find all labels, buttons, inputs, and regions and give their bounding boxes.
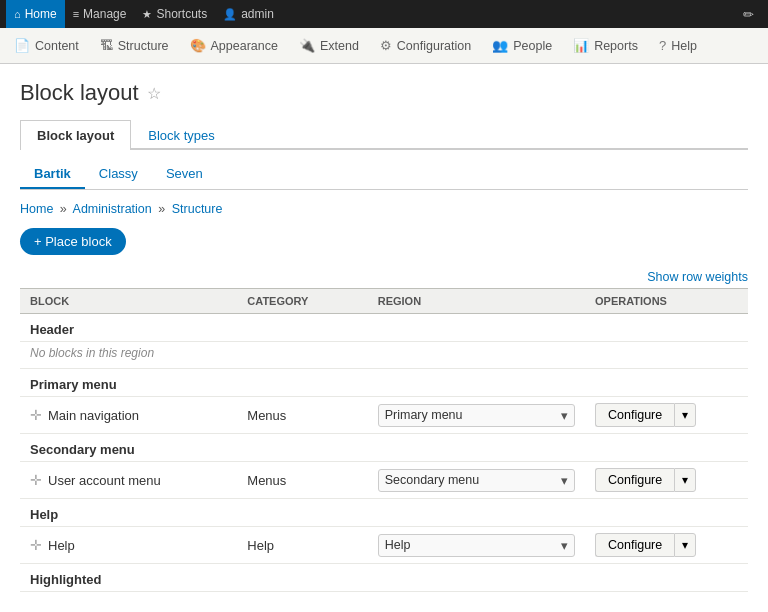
configure-btn-group: Configure ▾ — [595, 468, 738, 492]
manage-icon: ≡ — [73, 8, 79, 20]
sec-nav-extend[interactable]: 🔌 Extend — [289, 28, 370, 63]
theme-tab-bartik[interactable]: Bartik — [20, 160, 85, 189]
sec-nav-help[interactable]: ? Help — [649, 28, 708, 63]
block-operations-cell: Configure ▾ — [585, 462, 748, 499]
star-icon: ★ — [142, 8, 152, 21]
empty-region-header: No blocks in this region — [20, 342, 748, 369]
drag-handle-icon[interactable]: ✛ — [30, 472, 42, 488]
region-header-header: Header — [20, 314, 748, 342]
structure-icon: 🏗 — [100, 38, 113, 53]
region-select-primary[interactable]: Primary menu ▾ — [378, 404, 575, 427]
select-arrow-icon: ▾ — [561, 408, 568, 423]
block-region-cell: Secondary menu ▾ — [368, 462, 585, 499]
block-operations-cell: Configure ▾ — [585, 527, 748, 564]
nav-shortcuts[interactable]: ★ Shortcuts — [134, 0, 215, 28]
sec-nav-reports[interactable]: 📊 Reports — [563, 28, 649, 63]
configure-dropdown-button[interactable]: ▾ — [674, 533, 696, 557]
block-name-cell: ✛ User account menu — [20, 462, 237, 499]
breadcrumb: Home » Administration » Structure — [20, 202, 748, 216]
configure-button[interactable]: Configure — [595, 533, 674, 557]
reports-icon: 📊 — [573, 38, 589, 53]
drag-handle-icon[interactable]: ✛ — [30, 537, 42, 553]
appearance-icon: 🎨 — [190, 38, 206, 53]
sec-nav-appearance[interactable]: 🎨 Appearance — [180, 28, 289, 63]
table-row: ✛ Main navigation Menus Primary menu ▾ C… — [20, 397, 748, 434]
select-arrow-icon: ▾ — [561, 473, 568, 488]
col-header-operations: OPERATIONS — [585, 289, 748, 314]
top-navigation: ⌂ Home ≡ Manage ★ Shortcuts 👤 admin ✏ — [0, 0, 768, 28]
user-icon: 👤 — [223, 8, 237, 21]
col-header-region: REGION — [368, 289, 585, 314]
sec-nav-configuration[interactable]: ⚙ Configuration — [370, 28, 482, 63]
people-icon: 👥 — [492, 38, 508, 53]
block-operations-cell: Configure ▾ — [585, 397, 748, 434]
breadcrumb-structure[interactable]: Structure — [172, 202, 223, 216]
block-name-cell: ✛ Help — [20, 527, 237, 564]
extend-icon: 🔌 — [299, 38, 315, 53]
block-name-cell: ✛ Main navigation — [20, 397, 237, 434]
breadcrumb-home[interactable]: Home — [20, 202, 53, 216]
content-icon: 📄 — [14, 38, 30, 53]
block-region-cell: Help ▾ — [368, 527, 585, 564]
drag-handle-icon[interactable]: ✛ — [30, 407, 42, 423]
configure-button[interactable]: Configure — [595, 403, 674, 427]
sec-nav-content[interactable]: 📄 Content — [4, 28, 90, 63]
help-icon: ? — [659, 38, 666, 53]
region-select-secondary[interactable]: Secondary menu ▾ — [378, 469, 575, 492]
configure-btn-group: Configure ▾ — [595, 533, 738, 557]
region-header-highlighted: Highlighted — [20, 564, 748, 592]
region-select-help[interactable]: Help ▾ — [378, 534, 575, 557]
region-header-primary-menu: Primary menu — [20, 369, 748, 397]
breadcrumb-administration[interactable]: Administration — [73, 202, 152, 216]
bookmark-icon[interactable]: ☆ — [147, 84, 161, 103]
show-row-weights-link[interactable]: Show row weights — [647, 270, 748, 284]
sec-nav-structure[interactable]: 🏗 Structure — [90, 28, 180, 63]
page-title: Block layout ☆ — [20, 80, 748, 106]
primary-tabs: Block layout Block types — [20, 120, 748, 150]
secondary-navigation: 📄 Content 🏗 Structure 🎨 Appearance 🔌 Ext… — [0, 28, 768, 64]
col-header-block: BLOCK — [20, 289, 237, 314]
theme-tab-classy[interactable]: Classy — [85, 160, 152, 189]
block-category-cell: Menus — [237, 397, 367, 434]
place-block-button[interactable]: + Place block — [20, 228, 126, 255]
configure-dropdown-button[interactable]: ▾ — [674, 403, 696, 427]
configuration-icon: ⚙ — [380, 38, 392, 53]
nav-home[interactable]: ⌂ Home — [6, 0, 65, 28]
theme-tabs: Bartik Classy Seven — [20, 160, 748, 190]
theme-tab-seven[interactable]: Seven — [152, 160, 217, 189]
select-arrow-icon: ▾ — [561, 538, 568, 553]
block-category-cell: Menus — [237, 462, 367, 499]
sec-nav-people[interactable]: 👥 People — [482, 28, 563, 63]
block-region-cell: Primary menu ▾ — [368, 397, 585, 434]
block-category-cell: Help — [237, 527, 367, 564]
home-icon: ⌂ — [14, 8, 21, 20]
configure-btn-group: Configure ▾ — [595, 403, 738, 427]
block-table: BLOCK CATEGORY REGION OPERATIONS Header … — [20, 288, 748, 592]
nav-manage[interactable]: ≡ Manage — [65, 0, 135, 28]
edit-icon[interactable]: ✏ — [735, 7, 762, 22]
configure-dropdown-button[interactable]: ▾ — [674, 468, 696, 492]
table-row: ✛ Help Help Help ▾ Configure ▾ — [20, 527, 748, 564]
region-header-secondary-menu: Secondary menu — [20, 434, 748, 462]
tab-block-layout[interactable]: Block layout — [20, 120, 131, 150]
table-row: ✛ User account menu Menus Secondary menu… — [20, 462, 748, 499]
main-content: Block layout ☆ Block layout Block types … — [0, 64, 768, 608]
nav-admin[interactable]: 👤 admin — [215, 0, 282, 28]
region-header-help: Help — [20, 499, 748, 527]
col-header-category: CATEGORY — [237, 289, 367, 314]
configure-button[interactable]: Configure — [595, 468, 674, 492]
row-weights-container: Show row weights — [20, 269, 748, 284]
tab-block-types[interactable]: Block types — [131, 120, 231, 150]
